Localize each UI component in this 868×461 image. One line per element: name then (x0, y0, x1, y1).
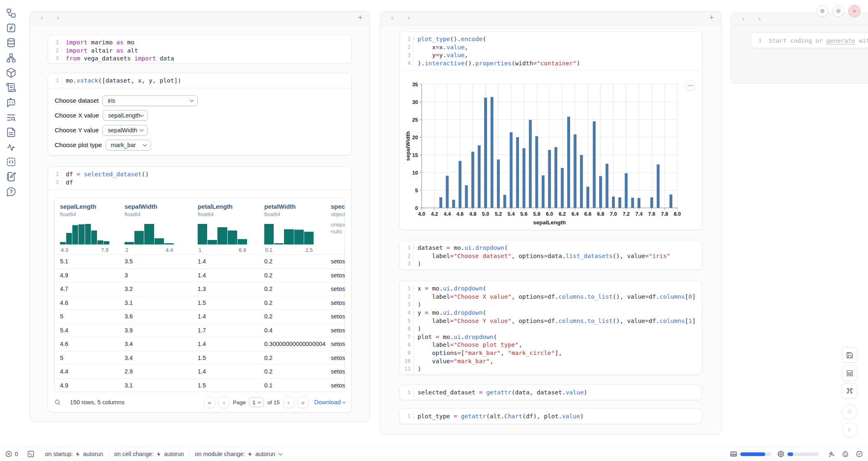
runtime-config-1[interactable]: on startup:autorun (45, 451, 103, 457)
svg-text:6.8: 6.8 (597, 211, 604, 217)
runtime-config-3[interactable]: on module change:autorun (195, 451, 282, 457)
chevron-left-icon[interactable] (738, 14, 748, 25)
fold-chevron-icon[interactable]: ⌄ (412, 285, 416, 289)
code-snippet-icon[interactable] (6, 157, 16, 167)
table-cell: 3 (125, 272, 128, 279)
code-editor[interactable]: 1import marimo as mo2import altair as al… (48, 35, 351, 66)
code-line: plot = mo.ui.dropdown( (411, 333, 497, 340)
code-line: ) (411, 325, 421, 332)
menu-button[interactable] (817, 5, 828, 17)
dropdown-label: Choose dataset (55, 97, 99, 104)
settings-button[interactable] (833, 5, 844, 17)
bot-icon[interactable] (842, 450, 849, 458)
errors-icon[interactable] (5, 450, 12, 458)
svg-text:5.2: 5.2 (495, 211, 502, 217)
svg-text:5.4: 5.4 (508, 211, 515, 217)
generate-link[interactable]: generate (826, 37, 855, 44)
chevron-right-icon[interactable] (403, 13, 414, 24)
sparkles-icon[interactable] (828, 450, 835, 458)
prev-page-button[interactable]: ‹ (218, 397, 229, 408)
chart-menu-button[interactable] (685, 80, 695, 91)
fold-chevron-icon[interactable]: ⌄ (412, 36, 416, 40)
document-icon[interactable] (6, 127, 16, 138)
command-palette-button[interactable] (842, 383, 857, 399)
code-editor[interactable]: 1mo.vstack([dataset, x, y, plot]) (48, 73, 351, 88)
altair-chart[interactable]: 4.04.24.44.64.85.05.25.45.65.86.06.26.46… (400, 69, 703, 230)
left-panel-header (30, 12, 369, 25)
svg-text:0: 0 (415, 205, 418, 211)
save-button[interactable] (842, 347, 857, 363)
column-header-sepalLength[interactable]: sepalLengthfloat644.37.9 (60, 198, 125, 255)
dropdown-controls: Choose datasetirisChoose X valuesepalLen… (48, 88, 351, 150)
column-histogram[interactable] (60, 223, 109, 244)
page-select[interactable]: 1 (249, 397, 264, 407)
scratchpad-editor[interactable]: 1 Start coding or generate with AI (750, 32, 868, 48)
column-header-sepalWidth[interactable]: sepalWidthfloat6424.4 (125, 198, 198, 255)
layout-button[interactable] (842, 365, 857, 381)
function-icon[interactable] (6, 23, 16, 33)
column-header-species[interactable]: speciesobjectuniquenulls: (331, 198, 345, 255)
column-header-petalLength[interactable]: petalLengthfloat6416.9 (198, 198, 264, 255)
code-editor[interactable]: 1⌄plot_type().encode(2 x=x.value,3 y=y.v… (400, 32, 702, 70)
terminal-icon[interactable] (27, 450, 35, 458)
code-editor[interactable]: 1df = selected_dataset()2df (48, 167, 351, 189)
stop-button[interactable] (842, 404, 857, 420)
code-editor[interactable]: 1plot_type = getattr(alt.Chart(df), plot… (400, 409, 702, 424)
table-row: 4.63.11.50.2setosa (55, 296, 345, 310)
column-type: object (331, 210, 345, 217)
column-histogram[interactable] (198, 223, 247, 244)
chevron-left-icon[interactable] (387, 13, 397, 24)
dropdown-label: Choose Y value (55, 127, 99, 134)
fold-chevron-icon[interactable]: ⌄ (412, 309, 416, 313)
column-histogram[interactable] (125, 223, 174, 244)
run-button[interactable] (842, 422, 857, 438)
help-icon[interactable] (6, 187, 16, 197)
first-page-button[interactable]: « (204, 397, 215, 408)
close-button[interactable] (848, 5, 861, 17)
code-editor[interactable]: 1⌄x = mo.ui.dropdown(2 label="Choose X v… (400, 281, 702, 376)
fold-chevron-icon[interactable]: ⌄ (412, 334, 416, 338)
table-row: 4.931.40.2setosa (55, 269, 345, 283)
table-cell: 4.9 (60, 272, 68, 279)
activity-icon[interactable] (6, 142, 16, 152)
column-name: petalWidth (264, 198, 331, 210)
dropdown-select[interactable]: iris (102, 95, 198, 106)
fold-chevron-icon[interactable]: ⌄ (412, 244, 416, 249)
chevron-right-icon[interactable] (754, 14, 765, 25)
code-editor[interactable]: 1⌄dataset = mo.ui.dropdown(2 label="Choo… (400, 240, 702, 271)
table-cell: 0.2 (264, 313, 272, 320)
next-page-button[interactable]: › (283, 397, 294, 408)
table-cell: 5 (60, 313, 63, 320)
download-button[interactable]: Download (314, 399, 346, 406)
chevron-right-icon[interactable] (53, 13, 63, 24)
line-number: 2 (48, 179, 59, 185)
code-editor[interactable]: 1selected_dataset = getattr(data, datase… (400, 385, 702, 400)
chat-bot-icon[interactable] (6, 97, 16, 108)
table-body: 5.13.51.40.2setosa4.931.40.2setosa4.73.2… (55, 255, 345, 392)
code-line: value="mark_bar", (411, 357, 494, 364)
add-cell-icon[interactable] (709, 14, 715, 22)
add-cell-icon[interactable] (357, 14, 363, 22)
last-page-button[interactable]: » (298, 397, 309, 408)
table-cell: 1.5 (198, 300, 206, 306)
file-tree-icon[interactable] (6, 8, 16, 18)
zap-icon (156, 452, 162, 457)
dropdown-select[interactable]: sepalWidth (102, 125, 148, 136)
code-line: x = mo.ui.dropdown( (411, 285, 486, 292)
line-number: 1 (48, 171, 59, 177)
dropdown-select[interactable]: mark_bar (106, 140, 151, 150)
runtime-config-2[interactable]: on cell change:autorun (114, 451, 184, 457)
scratchpad-icon[interactable] (6, 171, 16, 182)
chevron-left-icon[interactable] (36, 13, 47, 24)
connection-status-icon[interactable] (856, 450, 863, 458)
column-histogram[interactable] (264, 223, 314, 244)
cell-selected-dataset: 1selected_dataset = getattr(data, datase… (399, 385, 702, 400)
scroll-icon[interactable] (6, 82, 16, 93)
database-icon[interactable] (6, 37, 16, 48)
search-list-icon[interactable] (6, 112, 16, 123)
sitemap-icon[interactable] (6, 53, 16, 63)
package-icon[interactable] (6, 67, 16, 78)
dropdown-select[interactable]: sepalLength (103, 110, 148, 121)
column-header-petalWidth[interactable]: petalWidthfloat640.12.5 (264, 198, 331, 255)
search-icon[interactable] (54, 399, 61, 406)
